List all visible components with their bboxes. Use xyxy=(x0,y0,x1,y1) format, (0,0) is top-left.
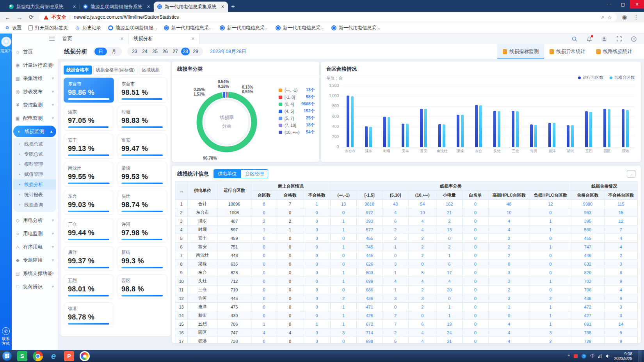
bookmark-item[interactable]: ⚙设置 xyxy=(5,25,21,31)
contact-widget[interactable]: ✆ 联系方式 xyxy=(0,327,12,346)
day-option-29[interactable]: 29 xyxy=(191,48,200,55)
day-option-25[interactable]: 25 xyxy=(151,48,159,55)
rate-tab-线损合格率[interactable]: 线损合格率 xyxy=(64,66,92,75)
sidebar-item-系统支撑功能[interactable]: ▤系统支撑功能▼ xyxy=(12,267,58,280)
city-card-富安[interactable]: 富安99.47 % xyxy=(117,134,167,159)
show-desktop-button[interactable] xyxy=(639,350,642,362)
pie-legend-item[interactable]: (-∞, -1)13个 xyxy=(279,87,315,94)
city-card-东台市[interactable]: 东台市98.51 % xyxy=(117,78,167,103)
table-row[interactable]: 8梁垛63500006263060006323 xyxy=(175,260,638,268)
city-card-东台[interactable]: 东台99.03 % xyxy=(64,190,114,215)
green-s-app-icon[interactable]: S xyxy=(17,351,27,361)
city-card-时堰[interactable]: 时堰98.83 % xyxy=(117,106,167,131)
sidebar-item-采集运维[interactable]: ▦采集运维▼ xyxy=(12,72,58,85)
pie-legend-item[interactable]: (7, 10]18个 xyxy=(279,122,315,129)
sidebar-subitem-线损总览[interactable]: ▪线损总览 xyxy=(13,139,56,149)
city-card-安丰[interactable]: 安丰99.13 % xyxy=(64,134,114,159)
city-card-东台市[interactable]: 东台市98.86 % xyxy=(64,78,114,103)
bookmark-item[interactable]: 新一代用电信息采... xyxy=(220,25,269,31)
network-icon[interactable] xyxy=(598,354,601,358)
sidebar-subitem-统计报表[interactable]: ▪统计报表 xyxy=(13,190,56,200)
browser-menu-icon[interactable]: ⋮ xyxy=(632,14,640,21)
search-icon[interactable] xyxy=(571,36,578,42)
browser-tab[interactable]: 新型电力负荷管理系统✕ xyxy=(5,2,80,12)
day-option-26[interactable]: 26 xyxy=(161,48,169,55)
table-row[interactable]: 2东台市1008000097241021010099315 xyxy=(175,208,638,217)
table-row[interactable]: 10头灶71200016994440317039 xyxy=(175,277,638,286)
bookmark-item[interactable]: 新一代用电信息采... xyxy=(331,25,380,31)
city-card-梁垛[interactable]: 梁垛99.53 % xyxy=(117,162,167,187)
pie-legend-item[interactable]: (5, 7]25个 xyxy=(279,115,315,122)
bar-legend-item[interactable]: 合格台区数 xyxy=(610,75,635,80)
bookmark-item[interactable]: 新一代用电信息采... xyxy=(164,25,213,31)
pie-legend-item[interactable]: (4, 5]152个 xyxy=(279,108,315,115)
forward-icon[interactable]: → xyxy=(16,14,23,21)
tab-close-icon[interactable]: ✕ xyxy=(191,36,195,41)
sidebar-item-用电分析[interactable]: ◇用电分析▼ xyxy=(12,214,58,227)
pie-legend-item[interactable]: (10, +∞)54个 xyxy=(279,129,315,136)
maximize-icon[interactable]: ▢ xyxy=(616,0,630,9)
toggle-台区经理[interactable]: 台区经理 xyxy=(241,169,268,178)
sidebar-item-费控监测[interactable]: ¥费控监测▼ xyxy=(12,98,58,112)
avatar[interactable] xyxy=(601,36,607,42)
bookmark-item[interactable]: 新一代用电信息采... xyxy=(276,25,324,31)
browser-tab[interactable]: 能源互联网营销服务系统✕ xyxy=(80,2,154,12)
city-card-弶港[interactable]: 弶港98.78 % xyxy=(64,302,114,327)
table-row[interactable]: 14新街43000014262010014273 xyxy=(175,311,638,320)
help-icon[interactable]: ? xyxy=(631,36,637,42)
period-option-日[interactable]: 日 xyxy=(94,48,107,55)
chrome-icon[interactable] xyxy=(33,351,43,361)
tab-close-icon[interactable]: ✕ xyxy=(120,36,124,41)
sidebar-collapse-icon[interactable] xyxy=(49,37,55,41)
tab-close-icon[interactable]: ✕ xyxy=(221,4,224,9)
export-icon[interactable]: → xyxy=(627,170,635,178)
bar-legend-item[interactable]: 运行台区数 xyxy=(578,75,603,80)
profile-icon[interactable]: ◉ xyxy=(621,14,628,21)
day-option-24[interactable]: 24 xyxy=(141,48,149,55)
day-option-28[interactable]: 28 xyxy=(181,48,190,55)
sidebar-item-配电监测[interactable]: ▣配电监测▼ xyxy=(12,112,58,125)
table-row[interactable]: 12许河44500024363300324369 xyxy=(175,294,638,303)
period-option-月[interactable]: 月 xyxy=(108,48,120,55)
workspace-tab-首页[interactable]: 首页✕ xyxy=(58,34,129,44)
rate-tab-线损合格率(目标值)[interactable]: 线损合格率(目标值) xyxy=(93,66,138,75)
taskbar-clock[interactable]: 9:08 2023/8/29 xyxy=(614,351,635,361)
workspace-tab-线损分析[interactable]: 线损分析✕ xyxy=(129,34,200,44)
sidebar-subitem-赋值管理[interactable]: ▪赋值管理 xyxy=(13,169,56,179)
internet-explorer-icon[interactable]: e xyxy=(48,351,59,361)
sidebar-item-有序用电[interactable]: △有序用电▼ xyxy=(12,240,58,254)
volume-icon[interactable] xyxy=(605,354,610,358)
tab-close-icon[interactable]: ✕ xyxy=(73,4,76,9)
sidebar-item-计量运行监测[interactable]: ◉计量运行监测▼ xyxy=(12,59,58,72)
table-row[interactable]: 3溱东407220139364204139512 xyxy=(175,217,638,225)
sidebar-subitem-模型管理[interactable]: ▪模型管理 xyxy=(13,159,56,169)
table-row[interactable]: 15五烈7061011672761904169114 xyxy=(175,320,638,328)
bookmark-item[interactable]: 能源互联网营销服... xyxy=(108,25,157,31)
report-button-线路线损统计[interactable]: 线路线损统计 xyxy=(591,44,638,59)
browser-tab[interactable]: 新一代用电信息采集系统✕ xyxy=(154,2,228,12)
rate-tab-区域线损[interactable]: 区域线损 xyxy=(139,66,162,75)
security-red-icon[interactable] xyxy=(574,354,578,358)
table-row[interactable]: 5安丰45900004552200204554 xyxy=(175,234,638,243)
reload-icon[interactable]: ⟳ xyxy=(27,14,35,21)
day-option-27[interactable]: 27 xyxy=(171,48,180,55)
pie-legend-item[interactable]: [-1, 0]58个 xyxy=(279,94,315,101)
sidebar-item-专题应用[interactable]: ◆专题应用▼ xyxy=(12,254,58,267)
bookmark-star-icon[interactable]: ☆ xyxy=(607,14,612,20)
sidebar-subitem-专职总览[interactable]: ▪专职总览 xyxy=(13,149,56,159)
toggle-供电单位[interactable]: 供电单位 xyxy=(213,169,241,178)
city-card-南沈灶[interactable]: 南沈灶99.55 % xyxy=(64,162,114,187)
table-row[interactable]: 7南沈灶44800004450210204462 xyxy=(175,251,638,260)
tab-close-icon[interactable]: ✕ xyxy=(147,4,150,9)
windows-start-icon[interactable] xyxy=(2,351,12,361)
city-card-园区[interactable]: 园区98.8 % xyxy=(117,274,167,299)
table-row[interactable]: 6富安75100017451220217474 xyxy=(175,243,638,251)
day-option-23[interactable]: 23 xyxy=(130,48,139,55)
city-card-五烈[interactable]: 五烈98.01 % xyxy=(64,274,114,299)
ime-chinese-icon[interactable]: 中 xyxy=(590,353,594,359)
city-card-溱东[interactable]: 溱东97.05 % xyxy=(64,106,114,131)
sidebar-item-抄表发布[interactable]: ◎抄表发布▼ xyxy=(12,85,58,98)
city-card-新街[interactable]: 新街99.3 % xyxy=(117,246,167,271)
fullscreen-icon[interactable] xyxy=(616,36,622,42)
back-icon[interactable]: ← xyxy=(4,14,12,21)
